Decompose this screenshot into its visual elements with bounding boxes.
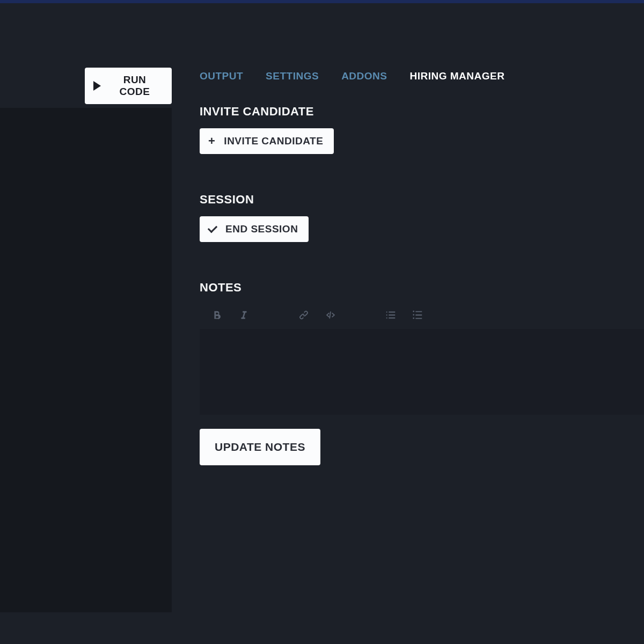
- left-column: RUN CODE: [0, 3, 172, 644]
- check-icon: [208, 223, 217, 233]
- play-icon: [93, 81, 101, 91]
- notes-textarea[interactable]: [200, 329, 644, 415]
- invite-candidate-section: INVITE CANDIDATE + INVITE CANDIDATE: [200, 105, 644, 154]
- session-header: SESSION: [200, 193, 644, 207]
- code-editor-panel[interactable]: [0, 108, 172, 612]
- run-code-label: RUN CODE: [108, 74, 161, 98]
- run-code-button[interactable]: RUN CODE: [85, 68, 172, 104]
- invite-button-label: INVITE CANDIDATE: [224, 135, 323, 147]
- right-column: OUTPUT SETTINGS ADDONS HIRING MANAGER IN…: [172, 3, 644, 644]
- end-session-button[interactable]: END SESSION: [200, 216, 309, 242]
- code-icon[interactable]: [324, 309, 337, 321]
- main-container: RUN CODE OUTPUT SETTINGS ADDONS HIRING M…: [0, 3, 644, 644]
- update-notes-button[interactable]: UPDATE NOTES: [200, 429, 320, 465]
- tab-hiring-manager[interactable]: HIRING MANAGER: [409, 70, 504, 82]
- notes-toolbar: [200, 304, 644, 329]
- invite-header: INVITE CANDIDATE: [200, 105, 644, 119]
- link-icon[interactable]: [297, 309, 310, 321]
- invite-candidate-button[interactable]: + INVITE CANDIDATE: [200, 128, 334, 154]
- end-session-label: END SESSION: [225, 223, 298, 235]
- bullet-list-icon[interactable]: [411, 309, 424, 321]
- session-section: SESSION END SESSION: [200, 193, 644, 242]
- tab-bar: OUTPUT SETTINGS ADDONS HIRING MANAGER: [200, 70, 644, 82]
- ordered-list-icon[interactable]: [384, 309, 397, 321]
- plus-icon: +: [208, 135, 215, 147]
- notes-section: NOTES: [200, 281, 644, 465]
- tab-output[interactable]: OUTPUT: [200, 70, 243, 82]
- italic-icon[interactable]: [237, 309, 250, 321]
- tab-settings[interactable]: SETTINGS: [266, 70, 319, 82]
- tab-addons[interactable]: ADDONS: [341, 70, 387, 82]
- bold-icon[interactable]: [210, 309, 223, 321]
- notes-header: NOTES: [200, 281, 644, 295]
